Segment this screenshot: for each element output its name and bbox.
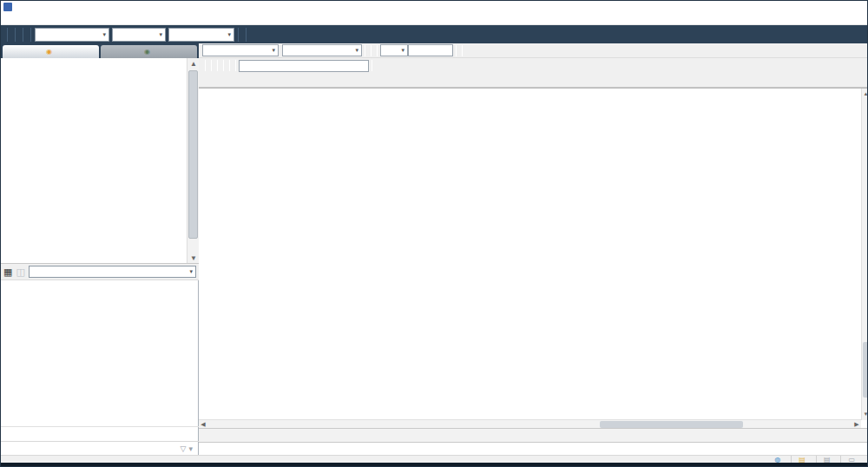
main-toolbar: ▾ ▾ ▾ (1, 25, 868, 43)
viewport-vscrollbar[interactable]: ▲ ▼ (861, 89, 868, 420)
modelit-toolbar (199, 58, 868, 73)
statusbar: ◍ ▤ ▤ ▭ (1, 455, 868, 463)
window-bottom-strip (1, 463, 868, 467)
applications-scrollbar[interactable]: ▲ ▼ (187, 58, 199, 264)
filter-row: ▽ ▾ (1, 441, 199, 455)
sidebar: ▲ ▼ ▦ ◫ ▾ ▽ ▾ (1, 58, 199, 455)
scroll-left-icon[interactable]: ◀ (199, 421, 207, 428)
table-row[interactable] (199, 443, 868, 455)
scale-input[interactable] (408, 44, 453, 56)
app-icon (3, 3, 12, 11)
chevron-down-icon: ▾ (159, 31, 162, 38)
scrollbar-thumb[interactable] (188, 70, 198, 239)
angle-select[interactable]: ▾ (380, 44, 408, 56)
layer-chip (286, 47, 293, 54)
space-name-input[interactable] (239, 60, 369, 72)
wireframe-model[interactable] (199, 89, 861, 420)
filter-input[interactable] (4, 444, 181, 454)
titlebar (1, 1, 868, 13)
model-level-select[interactable]: ▾ (112, 28, 166, 42)
pen-colour-select[interactable]: ▾ (202, 44, 279, 56)
space-filter-legend (1, 426, 199, 440)
storeys-select[interactable]: ▾ (168, 28, 234, 42)
edit-toolbar (199, 73, 868, 88)
view-mode-select[interactable]: ▾ (35, 28, 109, 42)
tab-applications[interactable]: ◉ (3, 45, 99, 58)
scrollbar-thumb[interactable] (600, 421, 743, 428)
table-header (199, 428, 868, 443)
model-tree (1, 280, 187, 426)
navigators-icon: ◉ (144, 48, 150, 56)
chevron-down-icon: ▾ (272, 47, 275, 54)
model-viewport[interactable]: ▲ ▼ ◀ ▶ (199, 88, 868, 428)
chevron-down-icon: ▾ (102, 31, 106, 38)
tab-navigators[interactable]: ◉ (101, 45, 197, 58)
chevron-down-icon: ▾ (401, 47, 404, 54)
scroll-down-icon[interactable]: ▼ (862, 409, 868, 420)
chevron-down-icon[interactable]: ▾ (188, 444, 193, 453)
applications-icon: ◉ (46, 48, 52, 56)
chevron-down-icon: ▾ (355, 47, 358, 54)
spaces-panel-header: ▦ ◫ ▾ (1, 264, 199, 280)
scroll-up-icon[interactable]: ▲ (187, 58, 199, 69)
browser-mode-select[interactable]: ▾ (29, 266, 196, 278)
scroll-right-icon[interactable]: ▶ (852, 421, 861, 428)
applications-panel: ▲ ▼ (1, 58, 199, 264)
scroll-down-icon[interactable]: ▼ (187, 253, 199, 264)
layer-select[interactable]: ▾ (282, 44, 362, 56)
colour-chip (206, 47, 213, 54)
scrollbar-thumb[interactable] (863, 342, 868, 398)
scroll-up-icon[interactable]: ▲ (862, 89, 868, 100)
ve-window: ▾ ▾ ▾ ◉ ◉ ▾ (0, 0, 868, 467)
draw-settings-toolbar: ▾ ▾ ▾ (199, 43, 868, 58)
filter-funnel-icon[interactable]: ▽ (181, 444, 187, 453)
browser-grid-icon[interactable]: ▦ (3, 266, 12, 278)
sync-selection-icon: ◫ (16, 266, 24, 278)
chevron-down-icon: ▾ (227, 31, 231, 38)
spaces-table (199, 428, 868, 455)
sidebar-tabs: ◉ ◉ (1, 43, 199, 58)
viewport-hscrollbar[interactable]: ◀ ▶ (199, 419, 861, 428)
menubar (1, 13, 868, 25)
chevron-down-icon: ▾ (189, 268, 193, 275)
